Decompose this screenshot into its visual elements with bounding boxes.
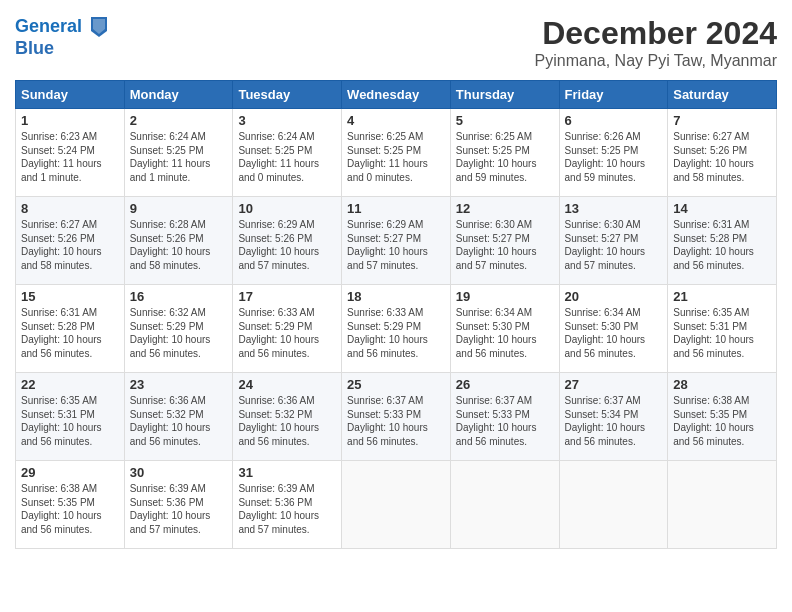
calendar-week-row: 8Sunrise: 6:27 AM Sunset: 5:26 PM Daylig… (16, 197, 777, 285)
day-number: 19 (456, 289, 554, 304)
day-number: 7 (673, 113, 771, 128)
cell-content: Sunrise: 6:25 AM Sunset: 5:25 PM Dayligh… (456, 130, 554, 184)
cell-content: Sunrise: 6:37 AM Sunset: 5:34 PM Dayligh… (565, 394, 663, 448)
day-number: 18 (347, 289, 445, 304)
month-title: December 2024 (535, 15, 777, 52)
calendar-cell: 10Sunrise: 6:29 AM Sunset: 5:26 PM Dayli… (233, 197, 342, 285)
weekday-header: Sunday (16, 81, 125, 109)
calendar-cell: 7Sunrise: 6:27 AM Sunset: 5:26 PM Daylig… (668, 109, 777, 197)
calendar-week-row: 15Sunrise: 6:31 AM Sunset: 5:28 PM Dayli… (16, 285, 777, 373)
calendar-cell: 29Sunrise: 6:38 AM Sunset: 5:35 PM Dayli… (16, 461, 125, 549)
day-number: 21 (673, 289, 771, 304)
calendar-cell: 3Sunrise: 6:24 AM Sunset: 5:25 PM Daylig… (233, 109, 342, 197)
cell-content: Sunrise: 6:34 AM Sunset: 5:30 PM Dayligh… (456, 306, 554, 360)
calendar-cell: 21Sunrise: 6:35 AM Sunset: 5:31 PM Dayli… (668, 285, 777, 373)
calendar-cell: 27Sunrise: 6:37 AM Sunset: 5:34 PM Dayli… (559, 373, 668, 461)
cell-content: Sunrise: 6:31 AM Sunset: 5:28 PM Dayligh… (673, 218, 771, 272)
day-number: 8 (21, 201, 119, 216)
weekday-header: Monday (124, 81, 233, 109)
calendar-cell: 25Sunrise: 6:37 AM Sunset: 5:33 PM Dayli… (342, 373, 451, 461)
calendar-cell: 15Sunrise: 6:31 AM Sunset: 5:28 PM Dayli… (16, 285, 125, 373)
cell-content: Sunrise: 6:39 AM Sunset: 5:36 PM Dayligh… (130, 482, 228, 536)
day-number: 31 (238, 465, 336, 480)
cell-content: Sunrise: 6:30 AM Sunset: 5:27 PM Dayligh… (565, 218, 663, 272)
cell-content: Sunrise: 6:33 AM Sunset: 5:29 PM Dayligh… (347, 306, 445, 360)
day-number: 13 (565, 201, 663, 216)
calendar-cell: 30Sunrise: 6:39 AM Sunset: 5:36 PM Dayli… (124, 461, 233, 549)
calendar-cell: 24Sunrise: 6:36 AM Sunset: 5:32 PM Dayli… (233, 373, 342, 461)
calendar-cell: 19Sunrise: 6:34 AM Sunset: 5:30 PM Dayli… (450, 285, 559, 373)
cell-content: Sunrise: 6:34 AM Sunset: 5:30 PM Dayligh… (565, 306, 663, 360)
cell-content: Sunrise: 6:23 AM Sunset: 5:24 PM Dayligh… (21, 130, 119, 184)
calendar-cell (450, 461, 559, 549)
location: Pyinmana, Nay Pyi Taw, Myanmar (535, 52, 777, 70)
cell-content: Sunrise: 6:30 AM Sunset: 5:27 PM Dayligh… (456, 218, 554, 272)
day-number: 28 (673, 377, 771, 392)
weekday-header: Friday (559, 81, 668, 109)
day-number: 11 (347, 201, 445, 216)
calendar-cell: 6Sunrise: 6:26 AM Sunset: 5:25 PM Daylig… (559, 109, 668, 197)
day-number: 3 (238, 113, 336, 128)
logo: General Blue (15, 15, 109, 59)
cell-content: Sunrise: 6:24 AM Sunset: 5:25 PM Dayligh… (238, 130, 336, 184)
cell-content: Sunrise: 6:25 AM Sunset: 5:25 PM Dayligh… (347, 130, 445, 184)
calendar-cell: 14Sunrise: 6:31 AM Sunset: 5:28 PM Dayli… (668, 197, 777, 285)
calendar-cell: 2Sunrise: 6:24 AM Sunset: 5:25 PM Daylig… (124, 109, 233, 197)
calendar-cell: 4Sunrise: 6:25 AM Sunset: 5:25 PM Daylig… (342, 109, 451, 197)
calendar-cell: 31Sunrise: 6:39 AM Sunset: 5:36 PM Dayli… (233, 461, 342, 549)
day-number: 30 (130, 465, 228, 480)
day-number: 25 (347, 377, 445, 392)
day-number: 15 (21, 289, 119, 304)
calendar-week-row: 1Sunrise: 6:23 AM Sunset: 5:24 PM Daylig… (16, 109, 777, 197)
day-number: 9 (130, 201, 228, 216)
cell-content: Sunrise: 6:29 AM Sunset: 5:27 PM Dayligh… (347, 218, 445, 272)
calendar-table: SundayMondayTuesdayWednesdayThursdayFrid… (15, 80, 777, 549)
day-number: 14 (673, 201, 771, 216)
cell-content: Sunrise: 6:32 AM Sunset: 5:29 PM Dayligh… (130, 306, 228, 360)
calendar-cell: 23Sunrise: 6:36 AM Sunset: 5:32 PM Dayli… (124, 373, 233, 461)
weekday-header: Thursday (450, 81, 559, 109)
cell-content: Sunrise: 6:37 AM Sunset: 5:33 PM Dayligh… (456, 394, 554, 448)
calendar-cell: 22Sunrise: 6:35 AM Sunset: 5:31 PM Dayli… (16, 373, 125, 461)
day-number: 24 (238, 377, 336, 392)
calendar-cell: 13Sunrise: 6:30 AM Sunset: 5:27 PM Dayli… (559, 197, 668, 285)
day-number: 2 (130, 113, 228, 128)
cell-content: Sunrise: 6:26 AM Sunset: 5:25 PM Dayligh… (565, 130, 663, 184)
calendar-cell (342, 461, 451, 549)
calendar-cell: 18Sunrise: 6:33 AM Sunset: 5:29 PM Dayli… (342, 285, 451, 373)
cell-content: Sunrise: 6:37 AM Sunset: 5:33 PM Dayligh… (347, 394, 445, 448)
calendar-cell: 26Sunrise: 6:37 AM Sunset: 5:33 PM Dayli… (450, 373, 559, 461)
cell-content: Sunrise: 6:28 AM Sunset: 5:26 PM Dayligh… (130, 218, 228, 272)
day-number: 22 (21, 377, 119, 392)
day-number: 29 (21, 465, 119, 480)
cell-content: Sunrise: 6:27 AM Sunset: 5:26 PM Dayligh… (21, 218, 119, 272)
calendar-cell: 20Sunrise: 6:34 AM Sunset: 5:30 PM Dayli… (559, 285, 668, 373)
cell-content: Sunrise: 6:39 AM Sunset: 5:36 PM Dayligh… (238, 482, 336, 536)
cell-content: Sunrise: 6:35 AM Sunset: 5:31 PM Dayligh… (21, 394, 119, 448)
calendar-cell: 12Sunrise: 6:30 AM Sunset: 5:27 PM Dayli… (450, 197, 559, 285)
day-number: 10 (238, 201, 336, 216)
calendar-cell: 8Sunrise: 6:27 AM Sunset: 5:26 PM Daylig… (16, 197, 125, 285)
day-number: 12 (456, 201, 554, 216)
calendar-cell: 28Sunrise: 6:38 AM Sunset: 5:35 PM Dayli… (668, 373, 777, 461)
calendar-week-row: 29Sunrise: 6:38 AM Sunset: 5:35 PM Dayli… (16, 461, 777, 549)
calendar-cell: 5Sunrise: 6:25 AM Sunset: 5:25 PM Daylig… (450, 109, 559, 197)
cell-content: Sunrise: 6:24 AM Sunset: 5:25 PM Dayligh… (130, 130, 228, 184)
calendar-week-row: 22Sunrise: 6:35 AM Sunset: 5:31 PM Dayli… (16, 373, 777, 461)
cell-content: Sunrise: 6:38 AM Sunset: 5:35 PM Dayligh… (673, 394, 771, 448)
day-number: 4 (347, 113, 445, 128)
weekday-header: Wednesday (342, 81, 451, 109)
day-number: 6 (565, 113, 663, 128)
day-number: 20 (565, 289, 663, 304)
cell-content: Sunrise: 6:38 AM Sunset: 5:35 PM Dayligh… (21, 482, 119, 536)
weekday-header-row: SundayMondayTuesdayWednesdayThursdayFrid… (16, 81, 777, 109)
cell-content: Sunrise: 6:29 AM Sunset: 5:26 PM Dayligh… (238, 218, 336, 272)
day-number: 26 (456, 377, 554, 392)
calendar-cell: 17Sunrise: 6:33 AM Sunset: 5:29 PM Dayli… (233, 285, 342, 373)
calendar-cell: 1Sunrise: 6:23 AM Sunset: 5:24 PM Daylig… (16, 109, 125, 197)
day-number: 27 (565, 377, 663, 392)
cell-content: Sunrise: 6:27 AM Sunset: 5:26 PM Dayligh… (673, 130, 771, 184)
calendar-cell (559, 461, 668, 549)
day-number: 23 (130, 377, 228, 392)
day-number: 1 (21, 113, 119, 128)
